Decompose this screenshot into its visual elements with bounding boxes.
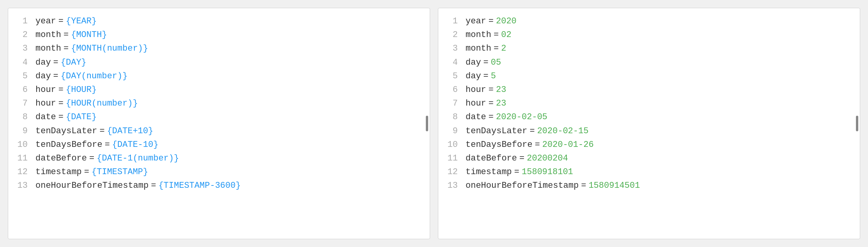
variable-value: {DAY(number)} [61, 69, 128, 83]
equals-sign: = [58, 97, 64, 110]
line-number: 12 [16, 165, 35, 179]
line-number: 9 [16, 124, 35, 138]
equals-sign: = [64, 28, 69, 42]
variable-name: year [466, 14, 486, 28]
equals-sign: = [494, 28, 499, 42]
variable-value: 02 [501, 28, 511, 42]
table-row: 9tenDaysLater = 2020-02-15 [446, 124, 852, 138]
variable-value: 1580914501 [589, 179, 640, 192]
variable-name: tenDaysBefore [35, 138, 102, 152]
variable-name: year [35, 14, 56, 28]
table-row: 9tenDaysLater = {DATE+10} [16, 124, 422, 138]
variable-name: day [35, 69, 51, 83]
variable-name: oneHourBeforeTimestamp [35, 179, 148, 192]
variable-name: tenDaysLater [35, 124, 97, 138]
variable-value: 2 [501, 42, 506, 55]
line-number: 10 [16, 138, 35, 152]
equals-sign: = [53, 69, 58, 83]
code-content: month = {MONTH(number)} [35, 42, 148, 55]
table-row: 11dateBefore = {DATE-1(number)} [16, 152, 422, 165]
line-number: 6 [16, 83, 35, 97]
table-row: 4day = {DAY} [16, 56, 422, 69]
code-content: hour = 23 [466, 83, 506, 97]
table-row: 5day = 5 [446, 69, 852, 83]
code-content: year = {YEAR} [35, 14, 97, 28]
line-number: 11 [16, 152, 35, 165]
variable-name: hour [466, 83, 486, 97]
variable-value: 2020-01-26 [542, 138, 594, 152]
variable-value: {TIMESTAMP-3600} [159, 179, 241, 192]
code-content: day = {DAY(number)} [35, 69, 127, 83]
variable-name: timestamp [35, 165, 82, 179]
line-number: 7 [446, 97, 466, 110]
variable-value: 20200204 [527, 152, 568, 165]
code-content: month = 02 [466, 28, 512, 42]
code-content: tenDaysBefore = 2020-01-26 [466, 138, 594, 152]
line-number: 1 [16, 14, 35, 28]
code-content: tenDaysLater = {DATE+10} [35, 124, 153, 138]
table-row: 1year = {YEAR} [16, 14, 422, 28]
table-row: 2month = 02 [446, 28, 852, 42]
equals-sign: = [529, 124, 535, 138]
table-row: 13oneHourBeforeTimestamp = {TIMESTAMP-36… [16, 179, 422, 192]
equals-sign: = [483, 56, 489, 69]
variable-name: tenDaysLater [466, 124, 527, 138]
line-number: 2 [16, 28, 35, 42]
table-row: 10tenDaysBefore = {DATE-10} [16, 138, 422, 152]
equals-sign: = [105, 138, 110, 152]
equals-sign: = [489, 14, 494, 28]
code-content: tenDaysLater = 2020-02-15 [466, 124, 589, 138]
line-number: 10 [446, 138, 466, 152]
variable-value: {HOUR(number)} [66, 97, 138, 110]
variable-name: day [466, 69, 481, 83]
variable-name: date [466, 110, 486, 124]
code-content: timestamp = {TIMESTAMP} [35, 165, 148, 179]
variable-name: dateBefore [466, 152, 517, 165]
variable-name: month [35, 28, 61, 42]
equals-sign: = [489, 97, 494, 110]
code-content: hour = {HOUR(number)} [35, 97, 138, 110]
line-number: 5 [16, 69, 35, 83]
variable-name: tenDaysBefore [466, 138, 533, 152]
variable-value: {MONTH(number)} [71, 42, 148, 55]
variable-name: month [35, 42, 61, 55]
variable-value: {DATE-10} [112, 138, 159, 152]
table-row: 10tenDaysBefore = 2020-01-26 [446, 138, 852, 152]
equals-sign: = [58, 14, 64, 28]
line-number: 5 [446, 69, 466, 83]
code-content: month = {MONTH} [35, 28, 107, 42]
variable-value: {DAY} [61, 56, 86, 69]
variable-value: 05 [491, 56, 501, 69]
code-content: hour = {HOUR} [35, 83, 97, 97]
equals-sign: = [483, 69, 489, 83]
variable-name: day [35, 56, 51, 69]
code-content: dateBefore = 20200204 [466, 152, 568, 165]
variable-value: 5 [491, 69, 496, 83]
table-row: 12timestamp = 1580918101 [446, 165, 852, 179]
line-number: 4 [16, 56, 35, 69]
equals-sign: = [535, 138, 540, 152]
line-number: 9 [446, 124, 466, 138]
left-scrollbar[interactable] [426, 116, 428, 131]
line-number: 6 [446, 83, 466, 97]
code-content: day = 05 [466, 56, 501, 69]
right-scrollbar[interactable] [856, 116, 858, 131]
main-container: 1year = {YEAR}2month = {MONTH}3month = {… [0, 0, 868, 247]
table-row: 6hour = {HOUR} [16, 83, 422, 97]
equals-sign: = [489, 83, 494, 97]
variable-value: {TIMESTAMP} [92, 165, 148, 179]
line-number: 12 [446, 165, 466, 179]
left-code-lines: 1year = {YEAR}2month = {MONTH}3month = {… [16, 14, 422, 192]
equals-sign: = [151, 179, 156, 192]
code-content: timestamp = 1580918101 [466, 165, 573, 179]
line-number: 8 [446, 110, 466, 124]
code-content: date = {DATE} [35, 110, 97, 124]
line-number: 13 [16, 179, 35, 192]
variable-name: hour [35, 97, 56, 110]
right-panel: 1year = 20202month = 023month = 24day = … [438, 8, 860, 239]
variable-value: {DATE-1(number)} [97, 152, 179, 165]
variable-value: {MONTH} [71, 28, 107, 42]
table-row: 13oneHourBeforeTimestamp = 1580914501 [446, 179, 852, 192]
variable-value: {HOUR} [66, 83, 97, 97]
equals-sign: = [58, 110, 64, 124]
